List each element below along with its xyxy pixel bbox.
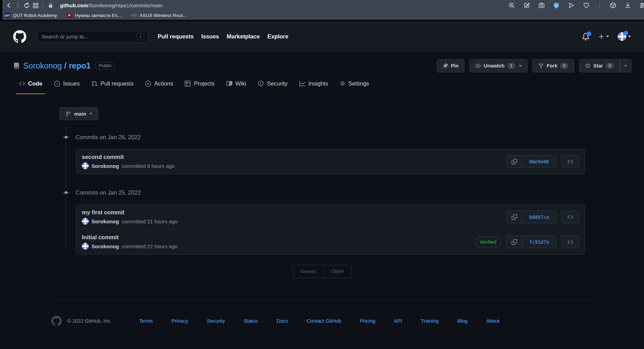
toolbar-extensions bbox=[507, 1, 644, 10]
bookmark-item[interactable]: ASUS Wireless Rout... bbox=[131, 12, 187, 18]
footer-link-pricing[interactable]: Pricing bbox=[360, 318, 375, 324]
tab-insights[interactable]: Insights bbox=[294, 78, 334, 94]
unwatch-button[interactable]: Unwatch 1 bbox=[469, 59, 528, 72]
footer-link-security[interactable]: Security bbox=[207, 318, 225, 324]
tab-label: Wiki bbox=[235, 80, 246, 87]
footer-link-docs[interactable]: Docs bbox=[277, 318, 288, 324]
tab-code[interactable]: Code bbox=[13, 78, 48, 94]
screenshot-camera-icon[interactable] bbox=[537, 1, 546, 10]
speed-dial-icon[interactable] bbox=[31, 1, 40, 10]
search-box[interactable]: / bbox=[37, 31, 148, 43]
package-box-icon[interactable] bbox=[608, 1, 617, 10]
fork-label: Fork bbox=[547, 63, 557, 69]
footer-link-status[interactable]: Status bbox=[244, 318, 258, 324]
browse-code-button[interactable] bbox=[561, 235, 579, 248]
commit-title-link[interactable]: Initial commit bbox=[82, 234, 177, 241]
copy-sha-button[interactable] bbox=[506, 155, 522, 168]
star-button[interactable]: Star 0 bbox=[579, 59, 620, 72]
nav-marketplace[interactable]: Marketplace bbox=[227, 33, 260, 40]
github-nav: Pull requests Issues Marketplace Explore bbox=[158, 33, 288, 40]
commit-date-heading: Commits on Jan 25, 2022 bbox=[60, 180, 585, 204]
github-logo-icon[interactable] bbox=[13, 30, 26, 43]
tab-wiki[interactable]: Wiki bbox=[220, 78, 252, 94]
newer-button[interactable]: Newer bbox=[293, 265, 323, 278]
back-icon[interactable] bbox=[4, 1, 13, 10]
bookmark-label: QUT Robot Academy bbox=[13, 13, 57, 18]
commit-sha-link[interactable]: b88b7ca bbox=[522, 211, 556, 223]
pagination: Newer Older bbox=[293, 265, 352, 278]
send-icon[interactable] bbox=[567, 1, 576, 10]
tab-actions[interactable]: Actions bbox=[139, 78, 179, 94]
fork-icon bbox=[538, 63, 544, 69]
nav-explore[interactable]: Explore bbox=[267, 33, 288, 40]
commit-date-heading: Commits on Jan 26, 2022 bbox=[60, 124, 585, 149]
repo-name-link[interactable]: repo1 bbox=[69, 61, 91, 70]
avatar[interactable] bbox=[82, 162, 89, 169]
footer-link-api[interactable]: API bbox=[394, 318, 402, 324]
heart-icon[interactable] bbox=[582, 1, 591, 10]
tab-issues[interactable]: Issues bbox=[48, 78, 86, 94]
commits-page: main Commits on Jan 26, 2022 second comm… bbox=[0, 107, 644, 278]
copy-sha-button[interactable] bbox=[506, 211, 522, 223]
bookmark-label: ASUS Wireless Rout... bbox=[140, 13, 187, 18]
tab-security[interactable]: Security bbox=[252, 78, 294, 94]
tab-settings[interactable]: ⚙ Settings bbox=[334, 78, 375, 94]
chevron-down-icon bbox=[519, 65, 522, 67]
commit-author-link[interactable]: Sorokonog bbox=[92, 163, 119, 169]
date-heading-text: Commits on Jan 25, 2022 bbox=[76, 189, 141, 196]
star-dropdown-button[interactable] bbox=[620, 59, 632, 72]
commit-title-link[interactable]: my first commit bbox=[82, 209, 177, 216]
pin-icon bbox=[443, 63, 448, 69]
bookmark-item[interactable]: Нужны запчасти Es... bbox=[67, 12, 121, 18]
avatar[interactable] bbox=[82, 218, 89, 225]
commit-author-link[interactable]: Sorokonog bbox=[92, 243, 119, 249]
adblock-shield-icon[interactable] bbox=[552, 1, 561, 10]
commit-time: committed 21 hours ago bbox=[122, 218, 177, 224]
tab-projects[interactable]: Projects bbox=[179, 78, 220, 94]
branch-selector[interactable]: main bbox=[60, 107, 98, 120]
footer-link-training[interactable]: Training bbox=[421, 318, 439, 324]
lock-icon[interactable] bbox=[46, 1, 55, 10]
edit-highlight-icon[interactable] bbox=[522, 1, 531, 10]
copy-sha-button[interactable] bbox=[506, 236, 522, 248]
chevron-down-icon bbox=[628, 36, 631, 37]
repo-owner-link[interactable]: Sorokonog bbox=[23, 61, 62, 70]
fork-count: 0 bbox=[560, 63, 568, 69]
browse-code-button[interactable] bbox=[561, 155, 579, 168]
notifications-bell-icon[interactable] bbox=[582, 33, 590, 41]
refresh-icon[interactable] bbox=[22, 1, 31, 10]
forward-icon[interactable] bbox=[13, 1, 22, 10]
commit-sha-link[interactable]: fc91d7a bbox=[522, 236, 556, 248]
bookmark-item[interactable]: QUT QUT Robot Academy bbox=[5, 12, 57, 18]
tab-pull-requests[interactable]: Pull requests bbox=[86, 78, 139, 94]
create-new-button[interactable] bbox=[598, 34, 609, 40]
footer-link-about[interactable]: About bbox=[486, 318, 499, 324]
commit-title-link[interactable]: second commit bbox=[82, 154, 175, 160]
nav-issues[interactable]: Issues bbox=[201, 33, 219, 40]
tab-label: Issues bbox=[63, 80, 80, 87]
footer-link-privacy[interactable]: Privacy bbox=[172, 318, 188, 324]
window-edge bbox=[0, 0, 2, 21]
tab-label: Code bbox=[28, 80, 42, 87]
sliders-settings-icon[interactable] bbox=[638, 1, 644, 10]
fork-button[interactable]: Fork 0 bbox=[532, 59, 574, 72]
zoom-search-icon[interactable] bbox=[507, 1, 516, 10]
older-button[interactable]: Older bbox=[323, 265, 351, 278]
avatar[interactable] bbox=[82, 243, 89, 250]
pin-button[interactable]: Pin bbox=[437, 59, 465, 72]
table-icon bbox=[185, 81, 191, 87]
commit-sha-link[interactable]: 0be9e06 bbox=[522, 155, 556, 168]
commit-author-link[interactable]: Sorokonog bbox=[92, 218, 119, 224]
github-header: / Pull requests Issues Marketplace Explo… bbox=[0, 21, 644, 52]
sha-button-group: fc91d7a bbox=[506, 235, 556, 248]
footer-link-blog[interactable]: Blog bbox=[458, 318, 468, 324]
verified-badge[interactable]: Verified bbox=[475, 237, 501, 247]
footer-link-terms[interactable]: Terms bbox=[139, 318, 153, 324]
download-icon[interactable] bbox=[623, 1, 632, 10]
url-bar[interactable]: github.com/Sorokonog/repo1/commits/main bbox=[60, 2, 163, 8]
search-input[interactable] bbox=[42, 34, 137, 40]
user-menu[interactable] bbox=[618, 32, 631, 41]
browse-code-button[interactable] bbox=[561, 211, 579, 223]
nav-pull-requests[interactable]: Pull requests bbox=[158, 33, 194, 40]
footer-link-contact[interactable]: Contact GitHub bbox=[307, 318, 341, 324]
